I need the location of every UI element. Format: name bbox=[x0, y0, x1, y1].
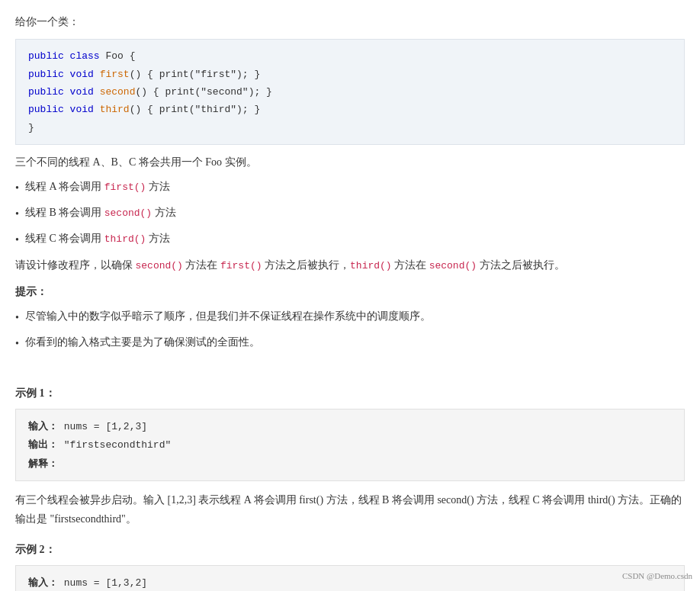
hints-label-text: 提示： bbox=[15, 286, 47, 297]
kw-public-1: public bbox=[28, 50, 70, 62]
class-name: Foo { bbox=[105, 50, 135, 62]
bullet-dot-a: • bbox=[15, 179, 19, 198]
code-block: public class Foo { public void first() {… bbox=[15, 39, 685, 145]
bullet-dot-c: • bbox=[15, 231, 19, 249]
method-first-body: () { print("first"); } bbox=[130, 69, 261, 80]
kw-void-3: void bbox=[70, 104, 100, 115]
method-third: third bbox=[100, 104, 130, 115]
example-1-output: 输出： "firstsecondthird" bbox=[28, 435, 672, 454]
kw-void-1: void bbox=[70, 69, 100, 80]
code-line-2: public void first() { print("first"); } bbox=[28, 66, 672, 83]
example-2-label: 示例 2： bbox=[15, 540, 685, 559]
example-1-block: 输入： nums = [1,2,3] 输出： "firstsecondthird… bbox=[15, 409, 685, 481]
hint-text-2: 你看到的输入格式主要是为了确保测试的全面性。 bbox=[25, 333, 260, 352]
hint-dot-1: • bbox=[15, 309, 19, 327]
bullet-thread-c: • 线程 C 将会调用 third() 方法 bbox=[15, 230, 685, 249]
example-2-input: 输入： nums = [1,3,2] bbox=[28, 573, 672, 591]
kw-public-4: public bbox=[28, 104, 70, 115]
hint-1: • 尽管输入中的数字似乎暗示了顺序，但是我们并不保证线程在操作系统中的调度顺序。 bbox=[15, 307, 685, 327]
code-line-4: public void third() { print("third"); } bbox=[28, 101, 672, 118]
example-2-input-label: 输入： bbox=[28, 577, 58, 588]
kw-class: class bbox=[70, 50, 106, 62]
example-1-input-label: 输入： bbox=[28, 420, 58, 432]
code-second-b: second() bbox=[104, 207, 152, 219]
requirement: 请设计修改程序，以确保 second() 方法在 first() 方法之后被执行… bbox=[15, 255, 685, 275]
bullet-dot-b: • bbox=[15, 205, 19, 223]
method-third-body: () { print("third"); } bbox=[130, 104, 261, 115]
closing-brace: } bbox=[28, 122, 34, 133]
method-first: first bbox=[100, 69, 130, 80]
bullet-text-b: 线程 B 将会调用 second() 方法 bbox=[25, 204, 176, 222]
spacer bbox=[15, 361, 685, 373]
code-third-c: third() bbox=[104, 233, 146, 245]
example-1-explain-label-row: 解释： bbox=[28, 454, 672, 473]
code-line-3: public void second() { print("second"); … bbox=[28, 83, 672, 101]
code-line-1: public class Foo { bbox=[28, 47, 672, 65]
example-1-output-val: "firstsecondthird" bbox=[64, 439, 171, 451]
hint-text-1: 尽管输入中的数字似乎暗示了顺序，但是我们并不保证线程在操作系统中的调度顺序。 bbox=[25, 307, 431, 326]
code-req-second: second() bbox=[136, 260, 183, 271]
code-req-third: third() bbox=[350, 260, 392, 271]
example-2-block: 输入： nums = [1,3,2] 输出： "firstsecondthird… bbox=[15, 565, 685, 591]
example-1-input: 输入： nums = [1,2,3] bbox=[28, 417, 672, 435]
watermark: CSDN @Demo.csdn bbox=[622, 569, 692, 583]
example-1-output-label: 输出： bbox=[28, 438, 58, 450]
hint-2: • 你看到的输入格式主要是为了确保测试的全面性。 bbox=[15, 333, 685, 353]
kw-public-2: public bbox=[28, 69, 70, 80]
kw-void-2: void bbox=[70, 86, 100, 98]
thread-bullets: • 线程 A 将会调用 first() 方法 • 线程 B 将会调用 secon… bbox=[15, 178, 685, 249]
example-1-explain-text: 有三个线程会被异步启动。输入 [1,2,3] 表示线程 A 将会调用 first… bbox=[15, 490, 685, 528]
example-1-explain-label: 解释： bbox=[28, 458, 58, 469]
example-1-label: 示例 1： bbox=[15, 384, 685, 403]
kw-public-3: public bbox=[28, 86, 70, 98]
hint-dot-2: • bbox=[15, 335, 19, 353]
bullet-thread-b: • 线程 B 将会调用 second() 方法 bbox=[15, 204, 685, 223]
bullet-thread-a: • 线程 A 将会调用 first() 方法 bbox=[15, 178, 685, 198]
example-2-section: 示例 2： 输入： nums = [1,3,2] 输出： "firstsecon… bbox=[15, 540, 685, 591]
hints-label: 提示： bbox=[15, 282, 685, 301]
method-second: second bbox=[100, 86, 136, 98]
code-line-5: } bbox=[28, 119, 672, 137]
example-1-input-val: nums = [1,2,3] bbox=[64, 421, 147, 432]
method-second-body: () { print("second"); } bbox=[135, 86, 271, 98]
intro-desc: 三个不同的线程 A、B、C 将会共用一个 Foo 实例。 bbox=[15, 153, 685, 172]
bullet-text-c: 线程 C 将会调用 third() 方法 bbox=[25, 230, 170, 248]
hints-section: 提示： • 尽管输入中的数字似乎暗示了顺序，但是我们并不保证线程在操作系统中的调… bbox=[15, 282, 685, 353]
code-req-first: first() bbox=[220, 260, 262, 271]
code-req-second2: second() bbox=[429, 260, 477, 271]
example-2-input-val: nums = [1,3,2] bbox=[64, 577, 147, 589]
code-first-a: first() bbox=[104, 181, 146, 193]
bullet-text-a: 线程 A 将会调用 first() 方法 bbox=[25, 178, 170, 196]
example-1-section: 示例 1： 输入： nums = [1,2,3] 输出： "firstsecon… bbox=[15, 384, 685, 529]
intro-title: 给你一个类： bbox=[15, 12, 685, 31]
